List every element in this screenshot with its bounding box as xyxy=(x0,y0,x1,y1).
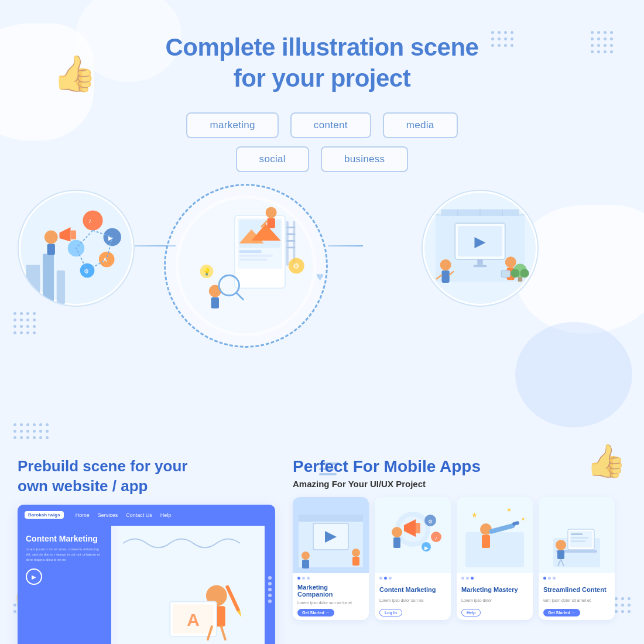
mobile-card-4-bottom: Streamlined Content wint ipsm dolor sit … xyxy=(539,573,615,620)
svg-rect-5 xyxy=(47,244,55,255)
svg-point-83 xyxy=(352,549,360,557)
dot-2 xyxy=(553,577,556,580)
svg-point-64 xyxy=(511,269,519,278)
svg-rect-2 xyxy=(43,254,54,304)
svg-rect-84 xyxy=(352,557,359,566)
svg-rect-33 xyxy=(286,240,295,242)
bottom-section: Prebuild scene for your own website / ap… xyxy=(0,445,644,644)
circle-center: ⚙ 💡 xyxy=(164,184,328,348)
mockup-side-dot-2 xyxy=(268,582,272,585)
mobile-card-3-btn[interactable]: Help xyxy=(461,609,481,616)
svg-rect-3 xyxy=(57,270,65,304)
illustration-business-svg xyxy=(424,193,536,304)
mockup-panel-title: Content Marketing xyxy=(26,534,103,544)
circle-left: ♪ ▶ A ⚙ xyxy=(18,190,135,307)
tag-business[interactable]: business xyxy=(321,146,409,172)
svg-rect-27 xyxy=(267,218,275,228)
mockup-side-dot-4 xyxy=(268,594,272,597)
svg-rect-36 xyxy=(211,297,219,309)
tag-content[interactable]: content xyxy=(290,112,371,138)
mobile-card-3-title: Marketing Mastery xyxy=(461,586,528,593)
svg-rect-32 xyxy=(286,233,295,235)
dot-1 xyxy=(302,577,305,580)
tags-container: marketing content media social business xyxy=(0,112,644,172)
svg-point-4 xyxy=(44,231,58,244)
mobile-card-2-title: Content Marketing xyxy=(379,586,446,593)
mobile-card-1-image xyxy=(293,497,369,573)
svg-text:★: ★ xyxy=(506,506,512,513)
dot-active xyxy=(384,577,387,580)
svg-rect-78 xyxy=(299,515,363,522)
dot-1 xyxy=(548,577,551,580)
svg-point-65 xyxy=(520,269,529,278)
svg-text:★: ★ xyxy=(471,511,478,519)
svg-text:A: A xyxy=(187,610,200,629)
svg-rect-113 xyxy=(571,537,588,539)
mobile-card-1-title: Marketing Companion xyxy=(297,584,364,598)
svg-text:♪: ♪ xyxy=(88,217,92,224)
tag-marketing[interactable]: marketing xyxy=(186,112,278,138)
mobile-card-4-title: Streamlined Content xyxy=(543,586,610,593)
tags-row-2: social business xyxy=(236,146,409,172)
prebuild-title: Prebuild scene for your own website / ap… xyxy=(18,457,193,496)
svg-text:A: A xyxy=(103,257,107,263)
mobile-card-3-text: Lorem ipso dolor xyxy=(461,598,528,604)
mockup-right-panel: A xyxy=(111,526,275,644)
svg-point-26 xyxy=(266,207,277,218)
mobile-card-1-text: Lorem ipso dolor sun na tur et xyxy=(297,600,364,606)
mockup-body: Content Marketing to aut ipsum o tor sit… xyxy=(18,526,275,644)
dot-active xyxy=(471,577,474,580)
svg-text:♪: ♪ xyxy=(435,535,438,541)
mobile-card-4-text: wint ipsm dolor sit amet et xyxy=(543,598,610,604)
nav-link-home: Home xyxy=(76,512,90,518)
svg-text:💡: 💡 xyxy=(203,268,211,276)
mobile-card-1-svg xyxy=(293,497,369,573)
svg-rect-61 xyxy=(501,270,510,277)
svg-rect-112 xyxy=(571,533,583,535)
mobile-card-2-svg: ⚙ ♪ ▶ xyxy=(375,497,451,573)
tag-media[interactable]: media xyxy=(383,112,458,138)
svg-text:★: ★ xyxy=(521,516,525,522)
mockup-illustration-svg: A xyxy=(111,526,275,644)
mobile-section-subtitle: Amazing For Your UI/UX Project xyxy=(293,479,632,489)
mobile-cards-container: Marketing Companion Lorem ipso dolor sun… xyxy=(293,497,632,620)
mobile-card-2: ⚙ ♪ ▶ Content Marketing Lorem ipso dolor… xyxy=(375,497,451,620)
svg-rect-99 xyxy=(465,532,524,567)
dot-1 xyxy=(461,577,464,580)
mobile-card-2-image: ⚙ ♪ ▶ xyxy=(375,497,451,573)
website-mockup: Barokah twigs Home Services Contact Us H… xyxy=(18,505,275,644)
svg-point-90 xyxy=(392,527,402,537)
svg-rect-116 xyxy=(557,550,564,559)
svg-text:⚙: ⚙ xyxy=(428,519,433,525)
mockup-play-button[interactable]: ▶ xyxy=(26,568,42,585)
svg-rect-25 xyxy=(239,259,268,261)
svg-rect-53 xyxy=(477,259,483,265)
svg-point-115 xyxy=(556,540,566,550)
nav-link-services: Services xyxy=(98,512,118,518)
mockup-side-bar xyxy=(265,526,275,644)
mockup-side-dot-3 xyxy=(268,588,272,591)
svg-text:▶: ▶ xyxy=(424,545,429,551)
dot-1 xyxy=(379,577,382,580)
mobile-card-3-svg: ★ ★ ★ xyxy=(457,497,533,573)
mockup-nav-links: Home Services Contact Us Help xyxy=(76,512,172,518)
mobile-card-4-image xyxy=(539,497,615,573)
mobile-card-2-btn[interactable]: Log In xyxy=(379,609,402,616)
svg-rect-54 xyxy=(474,265,487,268)
nav-link-help: Help xyxy=(160,512,172,518)
mockup-side-dot-1 xyxy=(268,576,272,580)
illustrations-section: ♪ ▶ A ⚙ xyxy=(0,178,644,365)
svg-point-8 xyxy=(83,210,102,230)
mobile-card-1-btn[interactable]: Get Started → xyxy=(297,609,334,616)
tag-social[interactable]: social xyxy=(236,146,309,172)
svg-rect-101 xyxy=(482,535,490,548)
mobile-card-2-text: Lorem ipso dolor sun na xyxy=(379,598,446,604)
mobile-card-4-btn[interactable]: Get Started → xyxy=(543,609,580,616)
header-section: Complete illustration scene for your pro… xyxy=(0,0,644,94)
svg-text:▶: ▶ xyxy=(108,235,113,241)
illustration-center-svg: ⚙ 💡 xyxy=(179,198,313,333)
mobile-card-1-dots xyxy=(297,577,364,580)
svg-text:⚙: ⚙ xyxy=(84,268,89,275)
mobile-card-3: ★ ★ ★ Marketing Mastery Lorem ipso dolor… xyxy=(457,497,533,620)
svg-point-55 xyxy=(440,259,451,270)
